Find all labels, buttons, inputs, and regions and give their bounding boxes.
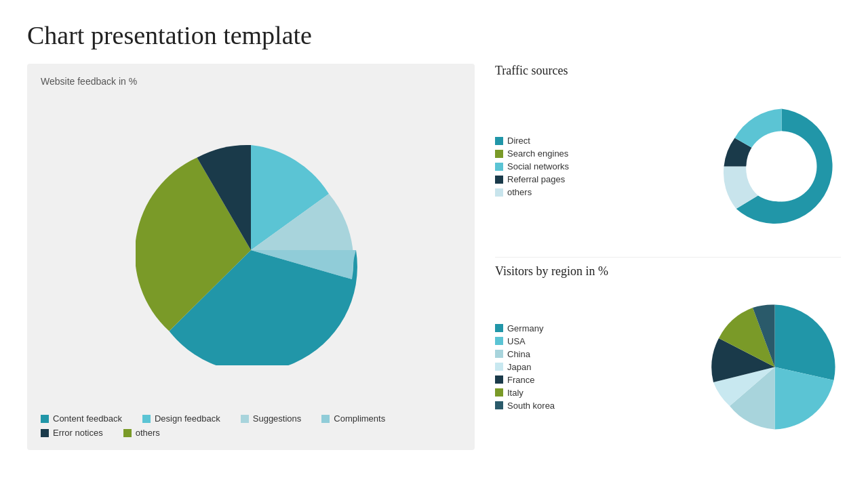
page-title: Chart presentation template [27,20,841,50]
divider [495,257,841,258]
legend-item-others-left: others [123,428,160,438]
legend-dot-suggestions [241,415,249,423]
visitors-dot-usa [495,337,503,345]
traffic-chart-area [576,107,841,226]
visitors-dot-germany [495,324,503,332]
visitors-label-germany: Germany [507,323,543,333]
visitors-legend-italy: Italy [495,388,555,398]
visitors-content: Germany USA China Japan [495,284,841,451]
legend-dot-others-left [123,429,132,437]
left-chart-area [41,94,461,407]
visitors-legend-china: China [495,349,555,359]
traffic-label-direct: Direct [507,136,530,146]
legend-item-content-feedback: Content feedback [41,413,122,424]
visitors-legend-germany: Germany [495,323,555,333]
visitors-dot-france [495,375,503,384]
visitors-legend-south-korea: South korea [495,401,555,411]
traffic-label-others: others [507,187,532,197]
visitors-dot-china [495,350,503,358]
traffic-legend-search: Search engines [495,148,569,159]
left-panel: Website feedback in % [27,64,475,450]
visitors-legend-france: France [495,375,555,385]
visitors-label-japan: Japan [507,362,531,372]
traffic-dot-search [495,150,503,158]
main-layout: Website feedback in % [27,64,841,450]
visitors-label-italy: Italy [507,388,524,398]
visitors-dot-italy [495,388,503,396]
traffic-content: Direct Search engines Social networks Re… [495,83,841,250]
visitors-legend-japan: Japan [495,362,555,372]
traffic-dot-referral [495,176,503,184]
traffic-section: Traffic sources Direct Search engines So… [495,64,841,250]
visitors-dot-japan [495,363,503,371]
traffic-donut-chart [722,107,841,226]
traffic-legend-others: others [495,187,569,197]
legend-label-others-left: others [136,428,160,438]
visitors-chart-area [561,301,841,433]
visitors-legend-usa: USA [495,336,555,346]
traffic-label-search: Search engines [507,148,568,159]
visitors-label-france: France [507,375,534,385]
legend-item-suggestions: Suggestions [241,413,302,424]
legend-item-compliments: Compliments [321,413,385,424]
traffic-legend-referral: Referral pages [495,174,569,184]
legend-dot-error-notices [41,429,49,437]
traffic-title: Traffic sources [495,64,841,78]
legend-label-error-notices: Error notices [53,428,103,438]
traffic-dot-social [495,163,503,171]
visitors-label-south-korea: South korea [507,401,555,411]
legend-label-design-feedback: Design feedback [155,413,220,424]
traffic-legend: Direct Search engines Social networks Re… [495,136,569,197]
legend-dot-design-feedback [142,415,151,423]
legend-item-error-notices: Error notices [41,428,103,438]
traffic-legend-social: Social networks [495,161,569,171]
visitors-legend: Germany USA China Japan [495,323,555,411]
traffic-label-referral: Referral pages [507,174,565,184]
legend-label-compliments: Compliments [334,413,385,424]
visitors-pie-chart [709,301,841,433]
left-pie-chart [136,135,366,365]
traffic-label-social: Social networks [507,161,569,171]
traffic-dot-direct [495,137,503,145]
legend-label-suggestions: Suggestions [253,413,302,424]
svg-point-0 [747,131,817,202]
visitors-label-usa: USA [507,336,526,346]
traffic-dot-others [495,188,503,197]
visitors-dot-south-korea [495,401,503,409]
traffic-legend-direct: Direct [495,136,569,146]
right-panel: Traffic sources Direct Search engines So… [495,64,841,450]
left-legend: Content feedback Design feedback Suggest… [41,413,461,438]
visitors-label-china: China [507,349,530,359]
visitors-section: Visitors by region in % Germany USA Chin… [495,264,841,451]
legend-dot-compliments [321,415,330,423]
visitors-title: Visitors by region in % [495,264,841,279]
legend-dot-content-feedback [41,415,49,423]
legend-label-content-feedback: Content feedback [53,413,122,424]
left-chart-title: Website feedback in % [41,76,461,87]
legend-item-design-feedback: Design feedback [142,413,220,424]
